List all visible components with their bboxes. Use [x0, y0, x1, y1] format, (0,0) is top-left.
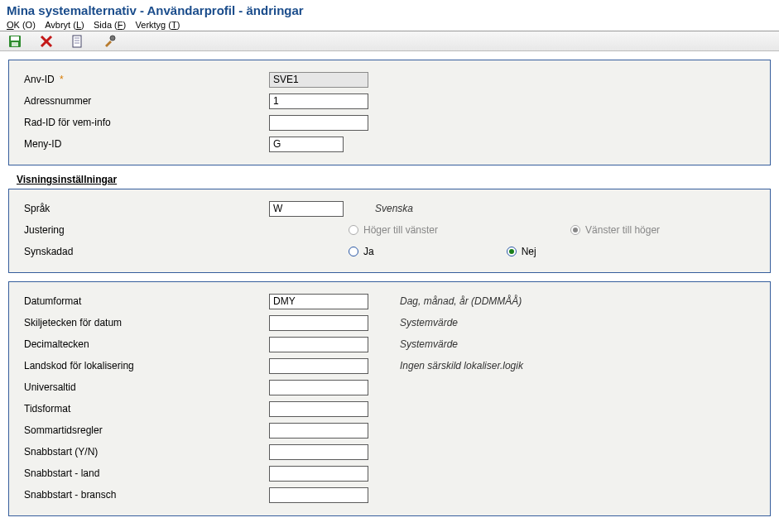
- save-icon[interactable]: [8, 35, 22, 48]
- required-indicator: *: [60, 74, 64, 85]
- radio-yes-label: Ja: [363, 246, 374, 257]
- radio-yes[interactable]: [349, 247, 358, 256]
- user-id-field: [269, 72, 368, 88]
- radio-rtl-label: Höger till vänster: [363, 224, 438, 236]
- radio-rtl: [349, 225, 358, 235]
- date-format-field[interactable]: [269, 294, 368, 309]
- toolbar: [0, 31, 779, 51]
- time-format-field[interactable]: [269, 401, 368, 417]
- menu-tools[interactable]: Verktyg (T): [136, 20, 180, 30]
- dst-field[interactable]: [269, 423, 368, 439]
- decimal-label: Decimaltecken: [21, 338, 269, 350]
- impaired-label: Synskadad: [21, 246, 269, 257]
- menu-ok[interactable]: OK (O): [7, 20, 36, 30]
- date-format-label: Datumformat: [21, 295, 269, 307]
- page-icon[interactable]: [71, 35, 84, 48]
- quickstart-industry-field[interactable]: [269, 487, 368, 503]
- date-sep-label: Skiljetecken för datum: [21, 317, 269, 328]
- radio-ltr-label: Vänster till höger: [585, 224, 660, 236]
- decimal-desc: Systemvärde: [400, 338, 458, 350]
- quickstart-industry-label: Snabbstart - bransch: [21, 489, 269, 501]
- date-sep-desc: Systemvärde: [400, 317, 458, 328]
- cancel-icon[interactable]: [40, 35, 53, 48]
- quickstart-country-label: Snabbstart - land: [21, 467, 269, 479]
- time-format-label: Tidsformat: [21, 403, 269, 415]
- menu-id-label: Meny-ID: [21, 138, 269, 150]
- decimal-field[interactable]: [269, 337, 368, 352]
- radio-no[interactable]: [507, 247, 517, 256]
- row-id-field[interactable]: [269, 115, 368, 131]
- menu-page[interactable]: Sida (F): [94, 20, 126, 30]
- dst-label: Sommartidsregler: [21, 424, 269, 436]
- menu-cancel[interactable]: Avbryt (L): [45, 20, 84, 30]
- quickstart-label: Snabbstart (Y/N): [21, 446, 269, 458]
- svg-rect-5: [73, 36, 81, 47]
- radio-ltr: [570, 225, 580, 235]
- address-no-label: Adressnummer: [21, 95, 269, 107]
- date-sep-field[interactable]: [269, 315, 368, 331]
- tools-icon[interactable]: [103, 35, 116, 48]
- quickstart-field[interactable]: [269, 444, 368, 460]
- svg-point-9: [110, 36, 115, 41]
- language-field[interactable]: [269, 201, 344, 217]
- identity-panel: Anv-ID * Adressnummer Rad-ID för vem-inf…: [8, 60, 771, 165]
- page-title: Mina systemalternativ - Användarprofil -…: [0, 0, 779, 19]
- display-panel: Språk Svenska Justering Höger till vänst…: [8, 189, 771, 273]
- svg-rect-1: [11, 36, 19, 41]
- row-id-label: Rad-ID för vem-info: [21, 117, 269, 128]
- svg-rect-2: [12, 42, 18, 46]
- menubar: OK (O) Avbryt (L) Sida (F) Verktyg (T): [0, 19, 779, 31]
- country-label: Landskod för lokalisering: [21, 360, 269, 371]
- country-desc: Ingen särskild lokaliser.logik: [400, 360, 523, 371]
- language-desc: Svenska: [375, 203, 413, 214]
- format-panel: Datumformat Dag, månad, år (DDMMÅÅ) Skil…: [8, 281, 771, 516]
- justification-label: Justering: [21, 224, 269, 236]
- address-no-field[interactable]: [269, 93, 368, 109]
- date-format-desc: Dag, månad, år (DDMMÅÅ): [400, 295, 522, 307]
- universal-time-field[interactable]: [269, 380, 368, 395]
- radio-no-label: Nej: [522, 246, 536, 257]
- user-id-label: Anv-ID *: [21, 74, 269, 85]
- menu-id-field[interactable]: [269, 137, 344, 152]
- quickstart-country-field[interactable]: [269, 466, 368, 482]
- country-field[interactable]: [269, 358, 368, 374]
- language-label: Språk: [21, 203, 269, 214]
- universal-time-label: Universaltid: [21, 381, 269, 393]
- display-section-title: Visningsinställningar: [17, 174, 771, 185]
